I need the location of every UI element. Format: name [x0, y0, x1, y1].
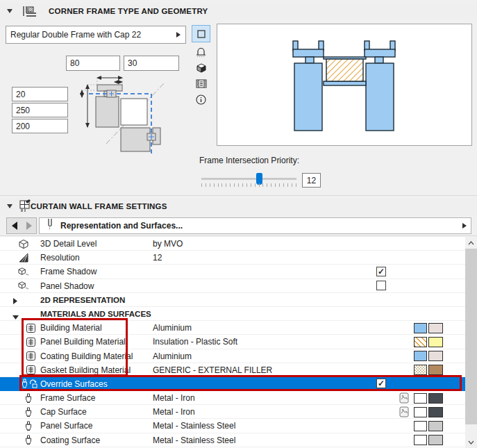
surface-swatch-dark[interactable]: [428, 393, 443, 404]
group-materials-and-surfaces[interactable]: MATERIALS AND SURFACES: [0, 307, 465, 321]
texture-icon[interactable]: [399, 406, 409, 420]
row-value[interactable]: Aluminium: [153, 323, 192, 333]
preview-tool-info[interactable]: [192, 91, 210, 108]
surface-swatch[interactable]: [428, 351, 443, 361]
list-scrollbar[interactable]: [465, 237, 477, 448]
frame-preview-canvas[interactable]: [217, 24, 472, 146]
row-value[interactable]: Metal - Iron: [153, 407, 195, 417]
row-building-material[interactable]: Building Material Aluminium: [0, 321, 465, 335]
collapse-triangle-icon[interactable]: [7, 204, 12, 208]
preview-tool-film-view[interactable]: [192, 75, 210, 92]
building-material-icon: [25, 365, 36, 376]
preview-tool-3d-view[interactable]: [192, 59, 210, 76]
panel-divider: [0, 195, 477, 196]
row-coating-surface[interactable]: Coating Surface Metal - Stainless Steel: [0, 433, 465, 447]
surface-swatch-white[interactable]: [414, 435, 427, 445]
row-value[interactable]: 12: [153, 253, 162, 263]
left-arrow-icon: [12, 222, 17, 230]
row-value[interactable]: Aluminium: [153, 351, 192, 361]
texture-icon[interactable]: [399, 392, 409, 406]
building-material-icon: [25, 351, 36, 362]
row-frame-surface[interactable]: Frame Surface Metal - Iron: [0, 391, 465, 405]
surface-swatch-white[interactable]: [414, 393, 427, 404]
expand-triangle-icon[interactable]: [12, 297, 17, 306]
row-resolution[interactable]: Resolution 12: [0, 251, 465, 265]
row-label: Resolution: [40, 253, 80, 263]
panel-header-corner-frame[interactable]: CORNER FRAME TYPE AND GEOMETRY: [0, 3, 477, 19]
surface-swatch-gray[interactable]: [428, 435, 443, 445]
checkmark: ✓: [378, 379, 385, 388]
dim3-field[interactable]: [12, 119, 68, 133]
row-gasket-building-material[interactable]: Gasket Building Material GENERIC - EXTER…: [0, 363, 465, 377]
dim2-field[interactable]: [12, 103, 68, 117]
override-surfaces-checkbox[interactable]: ✓: [376, 379, 386, 388]
surface-swatch[interactable]: [428, 337, 443, 347]
row-panel-surface[interactable]: Panel Surface Metal - Stainless Steel: [0, 419, 465, 433]
row-coating-building-material[interactable]: Coating Building Material Aluminium: [0, 349, 465, 363]
building-material-icon: [25, 322, 36, 333]
row-cap-surface[interactable]: Cap Surface Metal - Iron: [0, 405, 465, 419]
cut-fill-swatch-hatch-dots[interactable]: [414, 365, 427, 375]
row-value[interactable]: Metal - Stainless Steel: [153, 435, 235, 445]
cube-outline-icon: [18, 238, 29, 249]
cap-depth-field[interactable]: [124, 56, 179, 71]
surface-swatch-white[interactable]: [414, 421, 427, 431]
frame-type-dropdown[interactable]: Regular Double Frame with Cap 22: [6, 26, 186, 44]
cap-width-field[interactable]: [66, 56, 120, 71]
settings-page-nav: [6, 217, 37, 234]
cut-fill-swatch[interactable]: [414, 323, 427, 333]
cut-fill-swatch[interactable]: [414, 351, 427, 361]
scroll-down-button[interactable]: [465, 436, 477, 448]
row-label: Cap Surface: [40, 407, 87, 417]
settings-page-label: Representation and Surfaces...: [60, 221, 183, 231]
scroll-up-button[interactable]: [465, 237, 477, 249]
row-label: Panel Building Material: [40, 337, 126, 347]
nav-back-button[interactable]: [7, 218, 22, 233]
row-value[interactable]: Metal - Iron: [153, 393, 195, 403]
row-panel-shadow[interactable]: Panel Shadow: [0, 279, 465, 293]
surface-swatch-white[interactable]: [414, 407, 427, 417]
priority-slider-track[interactable]: [201, 178, 296, 180]
row-panel-building-material[interactable]: Panel Building Material Insulation - Pla…: [0, 335, 465, 349]
cube-shadow-icon: [18, 266, 29, 277]
row-frame-shadow[interactable]: Frame Shadow ✓: [0, 265, 465, 279]
nav-forward-button[interactable]: [22, 218, 36, 233]
row-label: Coating Building Material: [40, 351, 133, 361]
panel-header-cw-frame-settings[interactable]: CURTAIN WALL FRAME SETTINGS: [0, 198, 477, 215]
row-value[interactable]: Metal - Stainless Steel: [153, 421, 235, 431]
frame-shadow-checkbox[interactable]: ✓: [376, 267, 386, 276]
paintbrush-icon: [23, 435, 34, 446]
resolution-cone-icon: [18, 252, 29, 263]
scrollbar-thumb[interactable]: [465, 249, 477, 424]
surface-swatch-gray[interactable]: [428, 421, 443, 431]
override-surfaces-icon: [21, 379, 39, 390]
row-value[interactable]: Insulation - Plastic Soft: [153, 337, 237, 347]
panel-shadow-checkbox[interactable]: [376, 281, 386, 290]
row-3d-detail-level[interactable]: 3D Detail Level by MVO: [0, 237, 465, 251]
priority-label: Frame Intersection Priority:: [199, 156, 299, 165]
row-label: Panel Surface: [40, 421, 92, 431]
list-divider: [0, 235, 477, 236]
row-label: 3D Detail Level: [40, 239, 97, 249]
surface-swatch[interactable]: [428, 365, 443, 375]
surface-swatch[interactable]: [428, 323, 443, 333]
row-label: Panel Shadow: [40, 281, 94, 291]
row-label: Gasket Building Material: [40, 365, 131, 375]
surface-swatch-dark[interactable]: [428, 407, 443, 417]
dim1-field[interactable]: [12, 87, 68, 101]
cube-shadow-icon: [18, 281, 29, 292]
preview-tool-elevation-view[interactable]: [192, 43, 210, 60]
group-2d-representation[interactable]: 2D REPRESENTATION: [0, 293, 465, 307]
cut-fill-swatch-hatch-orange[interactable]: [414, 337, 427, 347]
preview-tool-section-view[interactable]: [192, 25, 210, 42]
row-override-surfaces[interactable]: Override Surfaces ✓: [0, 377, 465, 391]
panel-title: CORNER FRAME TYPE AND GEOMETRY: [49, 7, 208, 15]
row-value[interactable]: by MVO: [153, 239, 183, 249]
row-value[interactable]: GENERIC - EXTERNAL FILLER: [153, 365, 272, 375]
collapse-triangle-icon[interactable]: [7, 9, 12, 13]
collapse-triangle-icon[interactable]: [12, 312, 19, 322]
settings-page-dropdown[interactable]: Representation and Surfaces...: [39, 217, 471, 234]
frame-cross-section-drawing: [217, 24, 471, 145]
priority-value-field[interactable]: 12: [302, 173, 321, 188]
row-label: Coating Surface: [40, 435, 100, 445]
